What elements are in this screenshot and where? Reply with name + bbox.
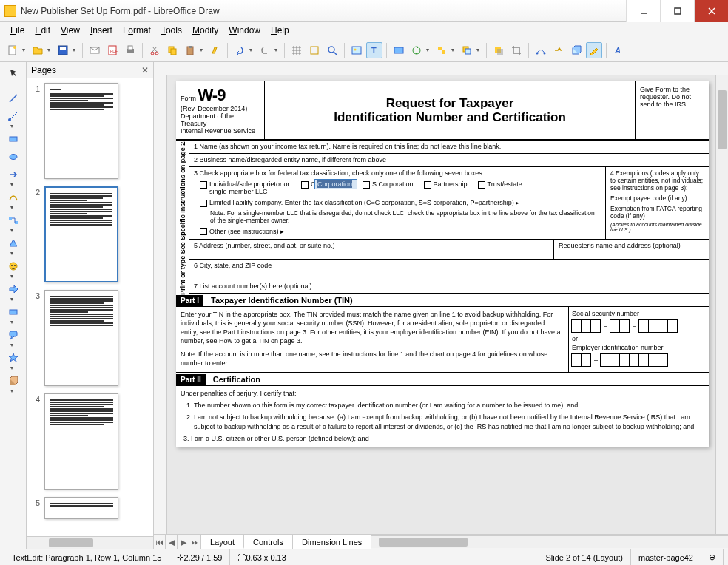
chk-partnership[interactable] xyxy=(424,181,431,189)
menu-modify[interactable]: Modify xyxy=(188,24,223,37)
canvas-scroll[interactable]: Form W-9 (Rev. December 2014) Department… xyxy=(154,75,728,534)
svg-text:T: T xyxy=(371,46,377,55)
menu-file[interactable]: File xyxy=(6,24,29,37)
selection-box[interactable] xyxy=(314,179,357,189)
draw-functions-button[interactable] xyxy=(586,42,602,58)
chk-individual[interactable] xyxy=(200,181,207,189)
redo-button[interactable] xyxy=(257,42,273,58)
chk-other[interactable] xyxy=(200,228,207,235)
paste-button[interactable] xyxy=(182,42,198,58)
w9-line7: 7 List account number(s) here (optional) xyxy=(189,280,709,294)
align-button[interactable] xyxy=(434,42,450,58)
vscrollbar[interactable] xyxy=(715,75,728,534)
close-button[interactable] xyxy=(694,0,728,22)
page-thumb-2[interactable] xyxy=(44,186,118,282)
maximize-button[interactable] xyxy=(660,0,694,22)
ssn-boxes[interactable]: –– xyxy=(572,319,706,333)
svg-rect-53 xyxy=(10,310,17,314)
page-thumb-4[interactable] xyxy=(44,393,118,490)
status-master[interactable]: master-page42 xyxy=(631,549,701,565)
menu-edit[interactable]: Edit xyxy=(30,24,55,37)
points-button[interactable] xyxy=(533,42,549,58)
form-irs: Internal Revenue Service xyxy=(181,127,255,135)
copy-button[interactable] xyxy=(164,42,181,58)
ellipse-tool[interactable] xyxy=(4,149,23,165)
transform-button[interactable] xyxy=(408,42,425,58)
status-fit[interactable]: ⊕ xyxy=(701,549,724,565)
tab-controls[interactable]: Controls xyxy=(244,535,293,549)
window-title: New Publisher Set Up Form.pdf - LibreOff… xyxy=(21,6,626,16)
image-button[interactable] xyxy=(348,42,365,58)
tab-next[interactable]: ▶ xyxy=(178,535,189,549)
form-title1: Request for Taxpayer xyxy=(269,96,630,110)
new-button[interactable] xyxy=(4,42,21,58)
email-button[interactable] xyxy=(87,42,103,58)
pdf-button[interactable]: PDF xyxy=(104,42,121,58)
print-button[interactable] xyxy=(122,42,138,58)
page-thumb-1[interactable]: ▬▬▬▬ xyxy=(44,83,118,179)
tabs-row: ⏮ ◀ ▶ ⏭ Layout Controls Dimension Lines xyxy=(154,534,728,549)
glue-button[interactable] xyxy=(550,42,567,58)
page-thumb-3[interactable] xyxy=(44,290,118,386)
select-tool[interactable] xyxy=(4,65,23,81)
connector-tool[interactable] xyxy=(4,212,23,229)
document-page[interactable]: Form W-9 (Rev. December 2014) Department… xyxy=(176,81,709,447)
minimize-button[interactable] xyxy=(626,0,660,22)
svg-text:PDF: PDF xyxy=(110,49,118,53)
helplines-button[interactable] xyxy=(306,42,323,58)
cut-button[interactable] xyxy=(146,42,163,58)
menu-view[interactable]: View xyxy=(56,24,84,37)
basic-shapes-tool[interactable] xyxy=(4,235,23,251)
menu-tools[interactable]: Tools xyxy=(157,24,186,37)
menu-help[interactable]: Help xyxy=(266,24,294,37)
svg-point-5 xyxy=(13,46,16,49)
tab-prev[interactable]: ◀ xyxy=(166,535,178,549)
svg-text:A: A xyxy=(614,46,621,55)
statusbar: TextEdit: Paragraph 1, Row 1, Column 15 … xyxy=(0,549,728,565)
grid-button[interactable] xyxy=(289,42,305,58)
arrange-button[interactable] xyxy=(459,42,475,58)
callout-tool[interactable] xyxy=(4,327,23,343)
line-tool[interactable] xyxy=(4,90,23,106)
flowchart-tool[interactable] xyxy=(4,304,23,320)
curve-tool[interactable] xyxy=(4,189,23,206)
line-ends-tool[interactable] xyxy=(4,108,23,124)
shadow-button[interactable] xyxy=(491,42,507,58)
tab-dimension[interactable]: Dimension Lines xyxy=(293,535,371,549)
part1-title: Taxpayer Identification Number (TIN) xyxy=(203,294,360,306)
tab-layout[interactable]: Layout xyxy=(201,535,244,549)
star-tool[interactable] xyxy=(4,350,23,366)
format-paintbrush-button[interactable] xyxy=(207,42,223,58)
chk-ccorp[interactable] xyxy=(301,181,309,189)
text-button[interactable]: T xyxy=(366,42,382,58)
ein-boxes[interactable]: – xyxy=(572,353,706,367)
tab-last[interactable]: ⏭ xyxy=(189,535,201,549)
menu-format[interactable]: Format xyxy=(118,24,155,37)
page-thumb-5[interactable] xyxy=(44,497,118,519)
pages-thumbnails[interactable]: 1▬▬▬▬ 2 3 4 5 xyxy=(27,78,153,536)
extrusion-button[interactable] xyxy=(568,42,584,58)
fontwork-button[interactable] xyxy=(391,42,407,58)
cert3: I am a U.S. citizen or other U.S. person… xyxy=(191,435,369,442)
fontwork-gallery-button[interactable]: A xyxy=(610,42,627,58)
symbol-tool[interactable] xyxy=(4,258,23,274)
zoom-button[interactable] xyxy=(324,42,340,58)
pages-hscroll[interactable] xyxy=(27,536,153,549)
canvas-hscroll[interactable] xyxy=(371,535,728,548)
save-button[interactable] xyxy=(55,42,71,58)
chk-trust[interactable] xyxy=(478,181,485,189)
menu-window[interactable]: Window xyxy=(224,24,265,37)
block-arrow-tool[interactable] xyxy=(4,281,23,297)
req-addr: Requester's name and address (optional) xyxy=(553,240,709,259)
undo-button[interactable] xyxy=(232,42,248,58)
crop-button[interactable] xyxy=(508,42,525,58)
tab-first[interactable]: ⏮ xyxy=(154,535,166,549)
rect-tool[interactable] xyxy=(4,131,23,147)
chk-llc[interactable] xyxy=(200,200,207,207)
arrow-tool[interactable] xyxy=(4,166,23,183)
menu-insert[interactable]: Insert xyxy=(86,24,117,37)
chk-scorp[interactable] xyxy=(363,181,370,189)
3d-tool[interactable] xyxy=(4,373,23,389)
open-button[interactable] xyxy=(30,42,46,58)
pages-close-icon[interactable]: ✕ xyxy=(141,65,149,75)
